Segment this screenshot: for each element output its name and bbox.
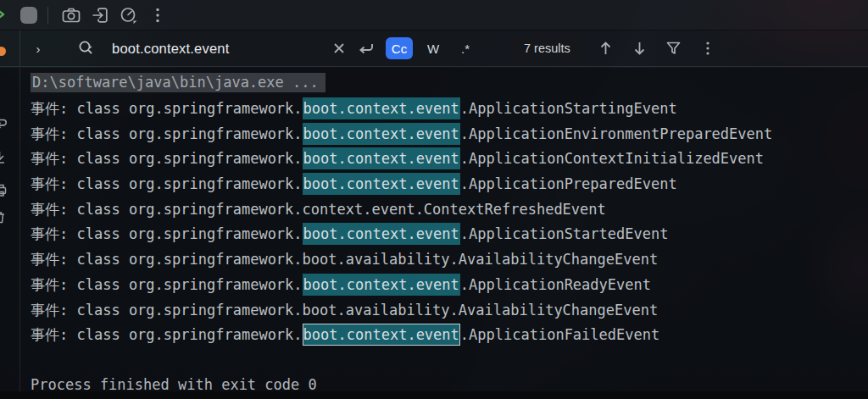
console-line: 事件: class org.springframework.boot.avail…	[31, 247, 868, 273]
search-match: boot.context.event	[303, 123, 460, 145]
console-gutter	[0, 68, 20, 391]
soft-wrap-icon[interactable]	[0, 117, 8, 134]
clear-search-icon[interactable]	[328, 37, 350, 59]
window-bottom-edge	[0, 391, 868, 399]
search-match: boot.context.event	[303, 147, 460, 169]
search-match: boot.context.event	[303, 173, 460, 195]
results-count-badge: 7 results	[511, 37, 583, 59]
match-case-toggle[interactable]: Cc	[386, 37, 413, 59]
search-icon[interactable]	[78, 40, 97, 57]
search-match: boot.context.event	[303, 223, 460, 245]
command-line[interactable]: D:\software\java\bin\java.exe ...	[31, 73, 326, 92]
ide-run-tool-window: › Cc W .* 7 results	[0, 0, 868, 399]
print-icon[interactable]	[0, 183, 7, 200]
gutter-divider	[19, 30, 20, 66]
console-output[interactable]: D:\software\java\bin\java.exe ... 事件: cl…	[20, 68, 868, 391]
console-line: 事件: class org.springframework.boot.conte…	[31, 273, 868, 298]
current-search-match: boot.context.event	[303, 324, 460, 346]
console-line: 事件: class org.springframework.boot.conte…	[31, 97, 868, 122]
console-line: 事件: class org.springframework.boot.conte…	[31, 172, 868, 197]
attach-icon[interactable]	[86, 4, 114, 26]
newline-return-icon[interactable]	[355, 37, 377, 59]
console-line: 事件: class org.springframework.boot.conte…	[31, 222, 868, 247]
rerun-icon[interactable]	[0, 8, 7, 25]
words-toggle[interactable]: W	[420, 37, 447, 59]
search-bar: › Cc W .* 7 results	[0, 30, 868, 67]
console-panel: D:\software\java\bin\java.exe ... 事件: cl…	[0, 68, 868, 391]
regex-toggle[interactable]: .*	[452, 37, 479, 59]
console-line: 事件: class org.springframework.context.ev…	[31, 197, 868, 223]
process-exit-line: Process finished with exit code 0	[31, 376, 868, 391]
profiler-gauge-icon[interactable]	[114, 4, 143, 26]
thread-dump-camera-icon[interactable]	[57, 4, 86, 26]
toolbar-divider	[47, 7, 48, 24]
next-match-icon[interactable]	[629, 37, 651, 59]
search-more-icon[interactable]	[697, 37, 719, 59]
expand-search-chevron-icon[interactable]: ›	[31, 42, 46, 56]
toolbar-more-icon[interactable]	[143, 4, 172, 26]
console-line: 事件: class org.springframework.boot.conte…	[31, 147, 868, 172]
run-toolbar	[0, 0, 868, 30]
search-input[interactable]	[110, 40, 326, 58]
filter-icon[interactable]	[663, 37, 685, 59]
stop-button[interactable]	[20, 7, 37, 24]
previous-match-icon[interactable]	[595, 37, 617, 59]
console-line: 事件: class org.springframework.boot.avail…	[31, 298, 868, 324]
console-line: 事件: class org.springframework.boot.conte…	[31, 323, 868, 348]
notification-dot-icon	[0, 47, 6, 56]
search-match: boot.context.event	[303, 97, 460, 119]
console-lines: 事件: class org.springframework.boot.conte…	[31, 97, 868, 348]
scroll-to-end-icon[interactable]	[0, 151, 6, 168]
console-line: 事件: class org.springframework.boot.conte…	[31, 122, 868, 147]
clear-all-icon[interactable]	[0, 210, 6, 227]
search-match: boot.context.event	[303, 274, 460, 296]
